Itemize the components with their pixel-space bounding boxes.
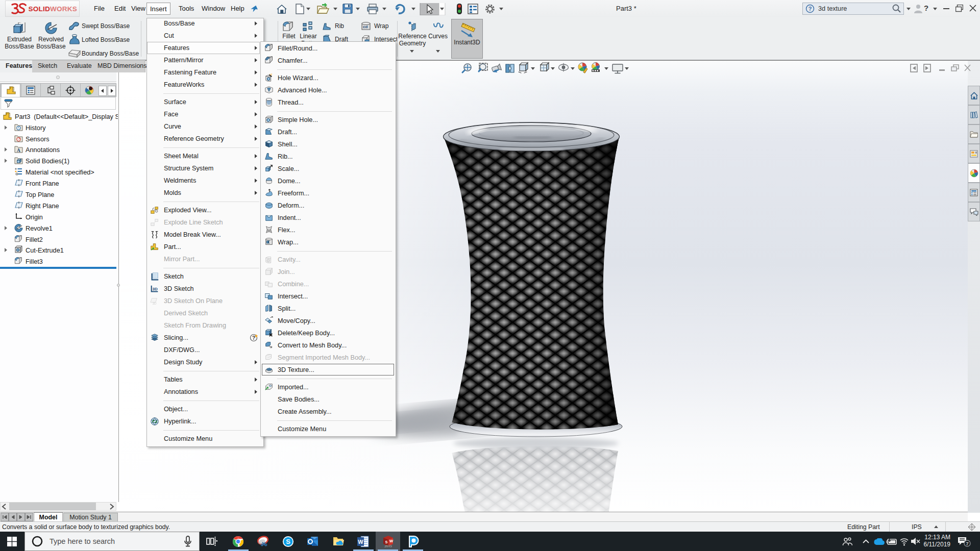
svg-text:2019: 2019: [384, 544, 392, 548]
svg-text:A: A: [17, 148, 20, 153]
svg-text:S: S: [286, 538, 290, 545]
svg-text:W: W: [358, 539, 363, 545]
svg-text:cd: cd: [363, 24, 368, 29]
svg-text:?: ?: [252, 335, 255, 341]
svg-text:W: W: [389, 539, 394, 543]
svg-text:SOLIDWORKS: SOLIDWORKS: [28, 5, 77, 13]
svg-text:7: 7: [966, 541, 968, 546]
svg-text:?: ?: [808, 6, 812, 12]
